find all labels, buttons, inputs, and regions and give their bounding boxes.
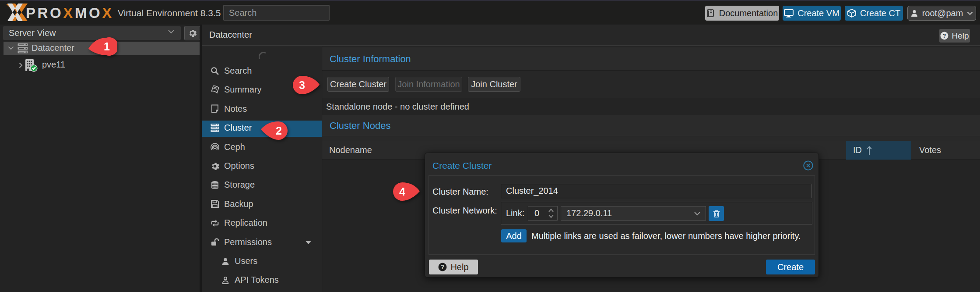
svg-text:1: 1	[104, 40, 110, 53]
svg-text:2: 2	[276, 125, 282, 137]
svg-text:?: ?	[441, 264, 445, 271]
svg-text:?: ?	[943, 32, 946, 39]
svg-text:4: 4	[399, 185, 405, 198]
svg-text:3: 3	[299, 79, 305, 91]
